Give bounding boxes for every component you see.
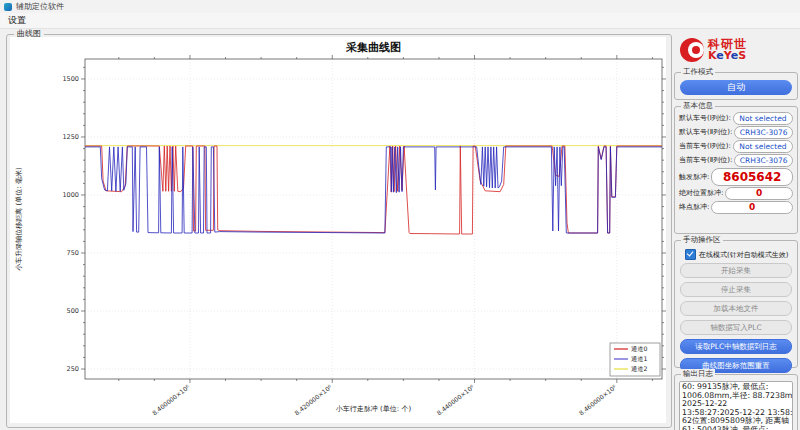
info-field-label: 默认车号(Ⅱ列位): xyxy=(679,127,732,137)
info-row: 默认车号(Ⅰ列位):Not selected xyxy=(679,112,793,124)
legend-label: 通道0 xyxy=(631,345,647,352)
manual-button[interactable]: 轴数据写入PLC xyxy=(680,320,792,335)
log-line: 61: 50043脉冲, 最低点: xyxy=(682,426,790,430)
logo: 科研世 KeYeS xyxy=(680,32,792,68)
manual-button[interactable]: 加载本地文件 xyxy=(680,301,792,316)
info-row: 当前车号(Ⅱ列位):CRH3C-3076 xyxy=(679,154,793,166)
manual-operation-group: 手动操作区 在线模式(针对自动模式生效) 开始采集停止采集加载本地文件轴数据写入… xyxy=(674,240,798,368)
online-mode-checkbox-label: 在线模式(针对自动模式生效) xyxy=(699,250,788,260)
info-field-value[interactable]: CRH3C-3076 xyxy=(734,126,793,139)
info-row: 触发脉冲:8605642 xyxy=(679,168,793,185)
x-tick-label: 8.440000×10⁶ xyxy=(435,383,475,417)
curve-groupbox: 曲线图 采集曲线图2505007501000125015008.400000×1… xyxy=(6,34,672,428)
y-tick-label: 250 xyxy=(67,365,79,373)
info-field-label: 当前车号(Ⅱ列位): xyxy=(679,155,732,165)
x-tick-label: 8.420000×10⁶ xyxy=(293,383,333,417)
work-mode-group: 工作模式 自动 xyxy=(674,72,798,100)
app-icon xyxy=(4,3,12,11)
window-title: 辅助定位软件 xyxy=(16,1,64,12)
auto-mode-button[interactable]: 自动 xyxy=(680,80,792,95)
series-通道1 xyxy=(85,147,662,233)
logo-text-en: KeYeS xyxy=(708,50,747,61)
legend-label: 通道1 xyxy=(631,355,647,362)
info-field-label: 绝对位置脉冲: xyxy=(679,188,723,198)
title-bar: 辅助定位软件 xyxy=(0,0,800,13)
y-tick-label: 750 xyxy=(67,249,79,257)
info-field-label: 当前车号(Ⅰ列位): xyxy=(679,141,731,151)
y-axis-label: 小车升降轴位移距离 (单位: 毫米) xyxy=(15,167,23,271)
info-field-value[interactable]: Not selected xyxy=(733,112,793,125)
manual-buttons: 开始采集停止采集加载本地文件轴数据写入PLC读取PLC中轴数据到日志曲线图坐标范… xyxy=(680,263,792,377)
log-box[interactable]: 60: 99135脉冲, 最低点:1006.08mm,半径: 88.7238mm… xyxy=(679,381,793,430)
info-field-label: 触发脉冲: xyxy=(679,172,709,182)
legend-label: 通道2 xyxy=(631,365,647,372)
manual-button[interactable]: 读取PLC中轴数据到日志 xyxy=(680,339,792,354)
curve-chart[interactable]: 采集曲线图2505007501000125015008.400000×10⁶8.… xyxy=(10,37,666,423)
manual-button[interactable]: 停止采集 xyxy=(680,282,792,297)
y-tick-label: 1000 xyxy=(62,191,79,199)
right-panel: 科研世 KeYeS 工作模式 自动 基本信息 默认车号(Ⅰ列位):Not sel… xyxy=(674,28,796,430)
menu-item-settings[interactable]: 设置 xyxy=(0,14,34,27)
y-tick-label: 1500 xyxy=(62,75,79,83)
work-mode-label: 工作模式 xyxy=(681,67,715,77)
info-field-value: 8605642 xyxy=(711,168,793,186)
info-row: 终点脉冲:0 xyxy=(679,201,793,213)
chart-title: 采集曲线图 xyxy=(345,41,401,54)
info-field-label: 默认车号(Ⅰ列位): xyxy=(679,113,731,123)
x-axis-label: 小车行走脉冲 (单位: 个) xyxy=(336,405,412,413)
keyes-logo-icon xyxy=(680,38,704,62)
info-row: 绝对位置脉冲:0 xyxy=(679,187,793,199)
menu-bar: 设置 xyxy=(0,13,800,29)
output-log-label: 输出日志 xyxy=(681,369,715,379)
info-field-label: 终点脉冲: xyxy=(679,202,709,212)
basic-info-label: 基本信息 xyxy=(681,101,715,111)
manual-button[interactable]: 开始采集 xyxy=(680,263,792,278)
basic-info-group: 基本信息 默认车号(Ⅰ列位):Not selected默认车号(Ⅱ列位):CRH… xyxy=(674,106,798,234)
output-log-group: 输出日志 60: 99135脉冲, 最低点:1006.08mm,半径: 88.7… xyxy=(674,374,798,430)
info-field-value: 0 xyxy=(711,201,793,214)
info-row: 当前车号(Ⅰ列位):Not selected xyxy=(679,140,793,152)
info-field-value: 0 xyxy=(725,187,793,200)
online-mode-checkbox[interactable] xyxy=(685,249,696,260)
y-tick-label: 1250 xyxy=(62,133,79,141)
x-tick-label: 8.400000×10⁶ xyxy=(151,383,191,417)
x-tick-label: 8.460000×10⁶ xyxy=(578,383,618,417)
info-row: 默认车号(Ⅱ列位):CRH3C-3076 xyxy=(679,126,793,138)
info-field-value[interactable]: Not selected xyxy=(733,140,793,153)
manual-operation-label: 手动操作区 xyxy=(681,235,723,245)
info-field-value[interactable]: CRH3C-3076 xyxy=(734,154,793,167)
y-tick-label: 500 xyxy=(67,307,79,315)
basic-info-rows: 默认车号(Ⅰ列位):Not selected默认车号(Ⅱ列位):CRH3C-30… xyxy=(679,112,793,215)
